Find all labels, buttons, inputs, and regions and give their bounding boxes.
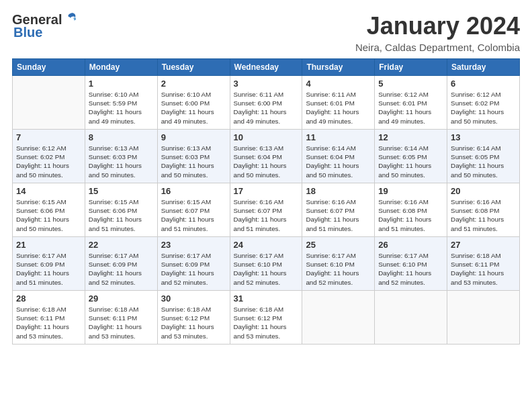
daylight-text: Daylight: 11 hours and 53 minutes.: [89, 323, 142, 339]
calendar-day-cell: 29Sunrise: 6:18 AMSunset: 6:11 PMDayligh…: [85, 291, 157, 345]
day-info: Sunrise: 6:15 AMSunset: 6:06 PMDaylight:…: [89, 197, 154, 233]
day-number: 9: [161, 132, 226, 142]
day-info: Sunrise: 6:18 AMSunset: 6:12 PMDaylight:…: [161, 305, 226, 340]
daylight-text: Daylight: 11 hours and 51 minutes.: [306, 216, 359, 232]
day-number: 24: [234, 240, 299, 250]
sunset-text: Sunset: 6:06 PM: [16, 207, 64, 214]
day-number: 5: [378, 79, 443, 89]
sunrise-text: Sunrise: 6:15 AM: [161, 198, 212, 205]
sunrise-text: Sunrise: 6:16 AM: [378, 198, 429, 205]
day-number: 11: [306, 132, 371, 142]
day-number: 19: [378, 186, 443, 196]
day-number: 15: [89, 186, 154, 196]
calendar-day-cell: 19Sunrise: 6:16 AMSunset: 6:08 PMDayligh…: [375, 183, 447, 237]
day-number: 12: [378, 132, 443, 142]
calendar-day-cell: 20Sunrise: 6:16 AMSunset: 6:08 PMDayligh…: [447, 183, 520, 237]
sunset-text: Sunset: 6:06 PM: [89, 207, 137, 214]
day-number: 6: [451, 79, 516, 89]
day-number: 29: [89, 293, 154, 304]
sunrise-text: Sunrise: 6:17 AM: [161, 252, 212, 259]
month-title: January 2024: [355, 12, 520, 40]
calendar-day-cell: 11Sunrise: 6:14 AMSunset: 6:04 PMDayligh…: [302, 130, 375, 183]
calendar-day-cell: 23Sunrise: 6:17 AMSunset: 6:09 PMDayligh…: [157, 237, 230, 291]
sunrise-text: Sunrise: 6:13 AM: [89, 144, 139, 152]
calendar-day-cell: 17Sunrise: 6:16 AMSunset: 6:07 PMDayligh…: [230, 183, 302, 237]
daylight-text: Daylight: 11 hours and 50 minutes.: [161, 162, 214, 178]
calendar-week-row: 28Sunrise: 6:18 AMSunset: 6:11 PMDayligh…: [13, 291, 520, 345]
calendar-day-cell: 21Sunrise: 6:17 AMSunset: 6:09 PMDayligh…: [13, 237, 85, 291]
header-sunday: Sunday: [13, 59, 85, 76]
day-info: Sunrise: 6:10 AMSunset: 5:59 PMDaylight:…: [89, 90, 154, 126]
calendar-day-cell: 28Sunrise: 6:18 AMSunset: 6:11 PMDayligh…: [13, 291, 85, 345]
daylight-text: Daylight: 11 hours and 52 minutes.: [89, 269, 142, 285]
day-info: Sunrise: 6:16 AMSunset: 6:07 PMDaylight:…: [234, 197, 299, 233]
calendar-day-cell: [375, 291, 447, 345]
daylight-text: Daylight: 11 hours and 52 minutes.: [306, 269, 359, 285]
sunrise-text: Sunrise: 6:15 AM: [89, 198, 139, 205]
daylight-text: Daylight: 11 hours and 52 minutes.: [234, 269, 287, 285]
header-wednesday: Wednesday: [230, 59, 302, 76]
day-info: Sunrise: 6:18 AMSunset: 6:11 PMDaylight:…: [89, 305, 154, 340]
daylight-text: Daylight: 11 hours and 51 minutes.: [378, 216, 431, 232]
sunset-text: Sunset: 6:08 PM: [378, 207, 427, 214]
sunset-text: Sunset: 6:00 PM: [161, 99, 210, 107]
calendar-day-cell: 10Sunrise: 6:13 AMSunset: 6:04 PMDayligh…: [230, 130, 302, 183]
sunset-text: Sunset: 6:09 PM: [161, 261, 210, 268]
day-number: 31: [234, 293, 299, 304]
day-number: 10: [234, 132, 299, 142]
sunset-text: Sunset: 6:01 PM: [306, 99, 354, 107]
daylight-text: Daylight: 11 hours and 52 minutes.: [378, 269, 431, 285]
day-info: Sunrise: 6:16 AMSunset: 6:07 PMDaylight:…: [306, 197, 371, 233]
calendar-day-cell: 8Sunrise: 6:13 AMSunset: 6:03 PMDaylight…: [85, 130, 157, 183]
day-info: Sunrise: 6:16 AMSunset: 6:08 PMDaylight:…: [451, 197, 516, 233]
daylight-text: Daylight: 11 hours and 50 minutes.: [378, 162, 431, 178]
sunrise-text: Sunrise: 6:14 AM: [306, 144, 356, 152]
calendar-day-cell: 24Sunrise: 6:17 AMSunset: 6:10 PMDayligh…: [230, 237, 302, 291]
day-info: Sunrise: 6:13 AMSunset: 6:03 PMDaylight:…: [89, 144, 154, 179]
sunset-text: Sunset: 6:11 PM: [16, 314, 64, 322]
day-info: Sunrise: 6:14 AMSunset: 6:05 PMDaylight:…: [378, 144, 443, 179]
day-number: 28: [16, 293, 81, 304]
sunset-text: Sunset: 6:04 PM: [234, 153, 282, 161]
sunset-text: Sunset: 6:08 PM: [451, 207, 499, 214]
calendar-day-cell: 15Sunrise: 6:15 AMSunset: 6:06 PMDayligh…: [85, 183, 157, 237]
calendar-day-cell: [13, 76, 85, 130]
calendar-week-row: 1Sunrise: 6:10 AMSunset: 5:59 PMDaylight…: [13, 76, 520, 130]
logo: General Blue: [12, 12, 78, 40]
daylight-text: Daylight: 11 hours and 49 minutes.: [161, 108, 214, 124]
sunrise-text: Sunrise: 6:16 AM: [451, 198, 501, 205]
day-number: 13: [451, 132, 516, 142]
day-info: Sunrise: 6:13 AMSunset: 6:04 PMDaylight:…: [234, 144, 299, 179]
calendar-day-cell: 2Sunrise: 6:10 AMSunset: 6:00 PMDaylight…: [157, 76, 230, 130]
sunset-text: Sunset: 6:12 PM: [161, 314, 210, 322]
page: General Blue January 2024 Neira, Caldas …: [0, 0, 532, 351]
day-info: Sunrise: 6:12 AMSunset: 6:02 PMDaylight:…: [451, 90, 516, 126]
calendar-day-cell: 1Sunrise: 6:10 AMSunset: 5:59 PMDaylight…: [85, 76, 157, 130]
sunrise-text: Sunrise: 6:12 AM: [16, 144, 66, 152]
sunrise-text: Sunrise: 6:11 AM: [306, 91, 356, 98]
day-info: Sunrise: 6:10 AMSunset: 6:00 PMDaylight:…: [161, 90, 226, 126]
day-number: 25: [306, 240, 371, 250]
sunrise-text: Sunrise: 6:17 AM: [16, 252, 66, 259]
calendar-table: Sunday Monday Tuesday Wednesday Thursday…: [12, 58, 520, 345]
sunset-text: Sunset: 6:10 PM: [306, 261, 354, 268]
sunset-text: Sunset: 6:03 PM: [161, 153, 210, 161]
sunset-text: Sunset: 6:12 PM: [234, 314, 282, 322]
daylight-text: Daylight: 11 hours and 50 minutes.: [306, 162, 359, 178]
calendar-day-cell: 14Sunrise: 6:15 AMSunset: 6:06 PMDayligh…: [13, 183, 85, 237]
daylight-text: Daylight: 11 hours and 50 minutes.: [451, 162, 504, 178]
calendar-day-cell: 6Sunrise: 6:12 AMSunset: 6:02 PMDaylight…: [447, 76, 520, 130]
daylight-text: Daylight: 11 hours and 49 minutes.: [378, 108, 431, 124]
sunrise-text: Sunrise: 6:18 AM: [161, 306, 212, 313]
sunrise-text: Sunrise: 6:17 AM: [378, 252, 429, 259]
sunrise-text: Sunrise: 6:18 AM: [451, 252, 501, 259]
day-info: Sunrise: 6:16 AMSunset: 6:08 PMDaylight:…: [378, 197, 443, 233]
sunrise-text: Sunrise: 6:13 AM: [234, 144, 284, 152]
sunset-text: Sunset: 6:02 PM: [16, 153, 64, 161]
daylight-text: Daylight: 11 hours and 53 minutes.: [234, 323, 287, 339]
daylight-text: Daylight: 11 hours and 50 minutes.: [16, 216, 69, 232]
sunrise-text: Sunrise: 6:10 AM: [89, 91, 139, 98]
sunrise-text: Sunrise: 6:16 AM: [234, 198, 284, 205]
calendar-week-row: 14Sunrise: 6:15 AMSunset: 6:06 PMDayligh…: [13, 183, 520, 237]
daylight-text: Daylight: 11 hours and 51 minutes.: [89, 216, 142, 232]
